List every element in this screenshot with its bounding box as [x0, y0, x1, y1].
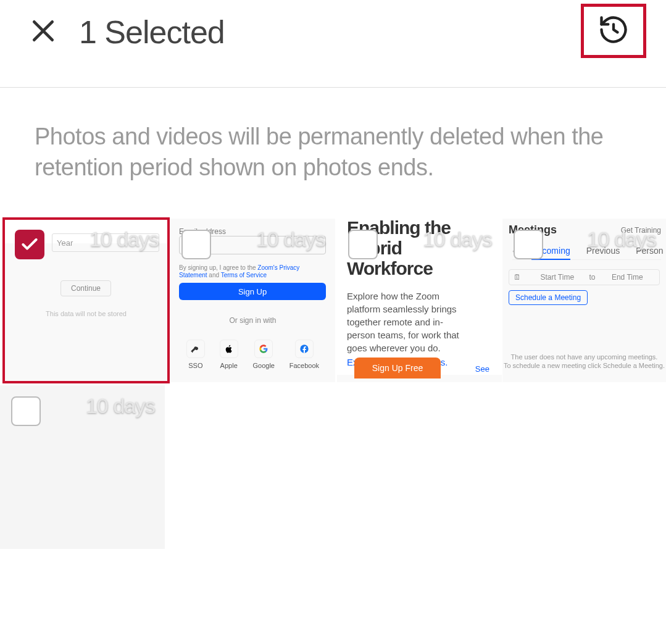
close-icon[interactable] — [30, 17, 57, 44]
selection-checkbox[interactable] — [181, 230, 211, 259]
google-button[interactable]: Google — [252, 340, 274, 369]
hybrid-text: Explore how the Zoom platform seamlessly… — [347, 290, 470, 354]
history-button[interactable] — [581, 4, 646, 58]
empty-text: The user does not have any upcoming meet… — [502, 353, 666, 361]
schedule-meeting-button[interactable]: Schedule a Meeting — [509, 290, 588, 305]
selection-count-title: 1 Selected — [79, 14, 225, 51]
photo-item[interactable]: Year Continue This data will not be stor… — [4, 219, 169, 382]
date-range-input[interactable]: 🗓 Start Time to End Time — [509, 269, 660, 285]
year-label: Year — [57, 238, 73, 248]
photo-item[interactable]: 10 days — [0, 385, 165, 549]
key-icon — [186, 340, 205, 358]
apple-button[interactable]: Apple — [220, 340, 238, 369]
sso-button[interactable]: SSO — [186, 340, 205, 369]
selection-checkbox[interactable] — [11, 396, 41, 426]
calendar-icon: 🗓 — [509, 273, 525, 282]
photo-item[interactable]: Meetings Get Training ‹ Upcoming Previou… — [502, 219, 666, 382]
tos-link[interactable]: Terms of Service — [221, 272, 267, 278]
apple-icon — [220, 340, 238, 358]
deletion-message: Photos and videos will be permanently de… — [0, 88, 666, 183]
or-sign-in-text: Or sign in with — [170, 316, 335, 325]
signup-free-button[interactable]: Sign Up Free — [354, 358, 441, 378]
facebook-icon — [295, 340, 314, 358]
photo-item[interactable]: Enabling the Hybrid Workforce Explore ho… — [337, 219, 502, 382]
retention-badge: 10 days — [89, 227, 159, 251]
google-icon — [254, 340, 273, 358]
not-stored-text: This data will not be stored — [4, 310, 169, 317]
retention-badge: 10 days — [587, 227, 656, 251]
retention-badge: 10 days — [423, 227, 492, 251]
continue-button[interactable]: Continue — [60, 280, 111, 296]
selection-checkbox[interactable] — [514, 230, 543, 259]
terms-text: By signing up, I agree to the Zoom's Pri… — [179, 264, 327, 279]
photo-item[interactable]: Email address By signing up, I agree to … — [170, 219, 335, 382]
facebook-button[interactable]: Facebook — [289, 340, 319, 369]
empty-text: To schedule a new meeting click Schedule… — [502, 362, 666, 369]
selection-checkbox[interactable] — [15, 230, 44, 259]
history-icon — [597, 14, 630, 48]
see-link[interactable]: See — [475, 364, 489, 374]
selection-header: 1 Selected — [0, 0, 666, 88]
retention-badge: 10 days — [86, 394, 155, 418]
signup-button[interactable]: Sign Up — [179, 283, 326, 300]
retention-badge: 10 days — [256, 227, 325, 251]
selection-checkbox[interactable] — [348, 230, 378, 259]
